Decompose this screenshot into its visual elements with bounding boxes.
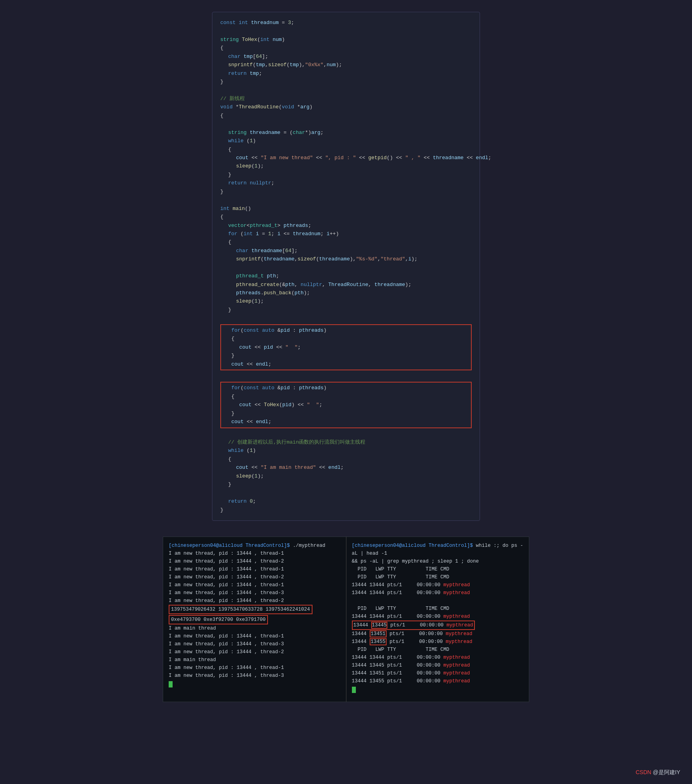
highlighted-output-line-2: 0xe4793700 0xe3f92700 0xe3791700 (169, 615, 268, 624)
terminal-right: [chineseperson04@alicloud ThreadControl]… (346, 537, 530, 702)
ps-row: 13444 13444 pts/1 00:00:00 mypthread (352, 654, 524, 661)
right-cmd-2: && ps -aL | grep mypthread ; sleep 1 ; d… (352, 559, 479, 564)
code-line: string ToHex(int num) (220, 35, 472, 44)
code-line: vector<pthread_t> pthreads; (220, 221, 472, 230)
code-line: { (223, 334, 469, 343)
code-line: return 0; (220, 497, 472, 505)
code-line (220, 489, 472, 497)
code-line (220, 27, 472, 35)
code-line (220, 264, 472, 272)
code-line: pthread_create(&pth, nullptr, ThreadRout… (220, 281, 472, 289)
code-line: while (1) (220, 137, 472, 145)
highlighted-block-1: for(const auto &pid : pthreads) { cout <… (220, 324, 472, 370)
ps-row: 13444 13444 pts/1 00:00:00 mypthread (352, 613, 524, 621)
code-line: pthread_t pth; (220, 272, 472, 280)
code-line: cout << ToHex(pid) << " "; (223, 401, 469, 409)
terminal-cursor (169, 681, 173, 687)
code-line: return tmp; (220, 69, 472, 78)
code-line: for (int i = 1; i <= threadnum; i++) (220, 230, 472, 238)
code-line: cout << "I am main thread" << endl; (220, 463, 472, 472)
code-line: { (220, 111, 472, 120)
ps-row (352, 597, 524, 605)
code-line: string threadname = (char*)arg; (220, 128, 472, 137)
output-line: I am new thread, pid : 13444 , thread-3 (169, 640, 340, 648)
code-line: { (223, 392, 469, 401)
ps-header: PID LWP TTY TIME CMD (352, 565, 524, 573)
ps-header-4: PID LWP TTY TIME CMD (352, 646, 524, 654)
output-line: I am new thread, pid : 13444 , thread-2 (169, 573, 340, 581)
terminal-cursor-right (352, 687, 356, 693)
terminal-left: [chineseperson04@alicloud ThreadControl]… (163, 537, 346, 702)
terminal-left-prompt: [chineseperson04@alicloud ThreadControl]… (169, 542, 340, 550)
code-line: snprintf(tmp,sizeof(tmp),"0x%x",num); (220, 61, 472, 69)
code-line: // 创建新进程以后,执行main函数的执行流我们叫做主线程 (220, 438, 472, 446)
terminals-row: [chineseperson04@alicloud ThreadControl]… (163, 537, 529, 702)
code-line (220, 86, 472, 95)
output-line: I am new thread, pid : 13444 , thread-2 (169, 648, 340, 656)
code-line: for(const auto &pid : pthreads) (223, 326, 469, 334)
code-line: for(const auto &pid : pthreads) (223, 384, 469, 392)
output-line: I am new thread, pid : 13444 , thread-2 (169, 557, 340, 565)
output-line: I am new thread, pid : 13444 , thread-3 (169, 672, 340, 680)
code-line: sleep(1); (220, 297, 472, 305)
output-line: I am main thread (169, 656, 340, 664)
ps-row: 13444 13455 pts/1 00:00:00 mypthread (352, 638, 524, 646)
ps-row: 13444 13445 pts/1 00:00:00 mypthread (352, 661, 524, 669)
ps-row: 13444 13444 pts/1 00:00:00 mypthread (352, 589, 524, 597)
code-line: } (220, 306, 472, 314)
code-line (220, 430, 472, 438)
output-line: I am new thread, pid : 13444 , thread-1 (169, 664, 340, 672)
code-line: cout << pid << " "; (223, 343, 469, 351)
code-line: { (220, 44, 472, 52)
left-prompt-text: [chineseperson04@alicloud ThreadControl]… (169, 543, 293, 548)
highlighted-block-2: for(const auto &pid : pthreads) { cout <… (220, 382, 472, 428)
code-line: void *ThreadRoutine(void *arg) (220, 103, 472, 111)
code-line: cout << "I am new thread" << ", pid : " … (220, 154, 472, 162)
code-line: return nullptr; (220, 179, 472, 187)
right-prompt-text: [chineseperson04@alicloud ThreadControl]… (352, 543, 476, 548)
code-line: sleep(1); (220, 472, 472, 480)
code-line: } (220, 171, 472, 179)
ps-row: 13444 13455 pts/1 00:00:00 mypthread (352, 677, 524, 685)
code-line: char tmp[64]; (220, 52, 472, 61)
highlighted-ps-row: 13444 13445 pts/1 00:00:00 mypthread (352, 621, 475, 630)
code-line (220, 314, 472, 322)
code-line: } (223, 351, 469, 360)
output-line: I am main thread (169, 624, 340, 632)
output-line: I am new thread, pid : 13444 , thread-1 (169, 550, 340, 557)
code-line: } (220, 188, 472, 196)
left-cmd: ./mypthread (293, 543, 326, 548)
ps-header-3: PID LWP TTY TIME CMD (352, 605, 524, 613)
code-line (220, 196, 472, 204)
code-line: { (220, 213, 472, 221)
code-line: } (220, 506, 472, 514)
code-line: char threadname[64]; (220, 247, 472, 255)
terminal-left-output: I am new thread, pid : 13444 , thread-1 … (169, 550, 340, 690)
output-line: I am new thread, pid : 13444 , thread-1 (169, 581, 340, 589)
output-line: I am new thread, pid : 13444 , thread-1 (169, 632, 340, 640)
code-line: while (1) (220, 446, 472, 455)
watermark-csdn: CSDN (636, 769, 651, 775)
code-line (220, 372, 472, 380)
watermark-author: @是阿建IY (653, 769, 680, 775)
highlighted-output-line: 139753479026432 139753470633728 13975346… (169, 605, 313, 614)
output-line: I am new thread, pid : 13444 , thread-3 (169, 589, 340, 597)
code-line: } (220, 480, 472, 489)
ps-row-content: 13444 13445 pts/1 00:00:00 mypthread (353, 622, 473, 629)
ps-row: 13444 13451 pts/1 00:00:00 mypthread (352, 669, 524, 677)
output-line: 139753479026432 139753470633728 13975346… (171, 607, 310, 612)
code-line: cout << endl; (223, 418, 469, 426)
terminal-right-prompt: [chineseperson04@alicloud ThreadControl]… (352, 542, 524, 557)
code-line: // 新线程 (220, 95, 472, 103)
code-line: sleep(1); (220, 162, 472, 170)
ps-row: 13444 13444 pts/1 00:00:00 mypthread (352, 581, 524, 589)
output-line: I am new thread, pid : 13444 , thread-2 (169, 597, 340, 605)
output-line: 0xe4793700 0xe3f92700 0xe3791700 (171, 617, 266, 622)
code-editor: const int threadnum = 3; string ToHex(in… (212, 12, 480, 521)
code-line: snprintf(threadname,sizeof(threadname),"… (220, 255, 472, 263)
code-line: int main() (220, 204, 472, 213)
code-line: } (220, 78, 472, 86)
code-line: const int threadnum = 3; (220, 19, 472, 27)
code-line: cout << endl; (223, 360, 469, 368)
code-line: { (220, 145, 472, 154)
